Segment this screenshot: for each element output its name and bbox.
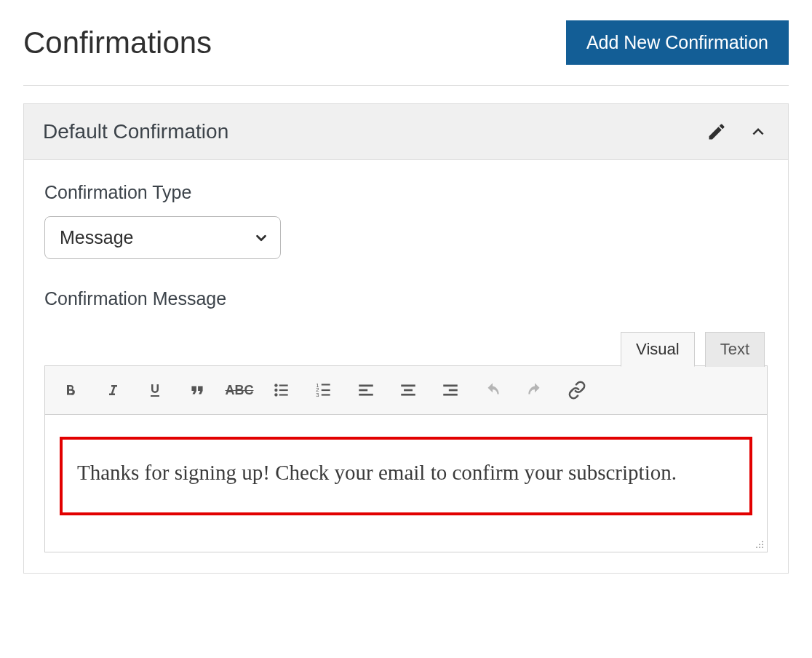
confirmation-message-text[interactable]: Thanks for signing up! Check your email …	[60, 437, 752, 515]
panel-actions	[706, 121, 769, 143]
svg-rect-3	[279, 384, 288, 386]
svg-rect-10	[322, 389, 330, 391]
tab-text[interactable]: Text	[705, 332, 765, 367]
align-left-button[interactable]	[349, 373, 383, 407]
svg-point-26	[762, 547, 763, 548]
numbered-list-button[interactable]: 123	[307, 373, 341, 407]
svg-point-25	[759, 547, 760, 548]
svg-point-2	[274, 393, 277, 396]
page-title: Confirmations	[23, 25, 212, 60]
link-button[interactable]	[560, 373, 594, 407]
svg-text:3: 3	[316, 392, 319, 398]
svg-rect-18	[443, 384, 458, 387]
confirmation-type-label: Confirmation Type	[44, 182, 768, 203]
svg-rect-5	[279, 394, 288, 395]
blockquote-button[interactable]	[180, 373, 214, 407]
svg-rect-17	[401, 394, 415, 396]
svg-point-24	[756, 547, 757, 548]
editor-toolbar: ABC 123	[44, 365, 768, 415]
undo-button[interactable]	[476, 373, 509, 407]
resize-grip-icon[interactable]	[754, 539, 764, 549]
bold-button[interactable]	[54, 373, 87, 407]
editor: Visual Text ABC	[44, 331, 768, 552]
confirmation-type-select[interactable]: Message	[44, 216, 281, 259]
svg-point-22	[759, 544, 760, 545]
panel-header: Default Confirmation	[24, 104, 788, 160]
svg-rect-13	[359, 389, 367, 392]
svg-rect-11	[322, 394, 330, 395]
page-header: Confirmations Add New Confirmation	[23, 20, 789, 86]
italic-button[interactable]	[96, 373, 130, 407]
svg-rect-19	[449, 389, 458, 392]
edit-icon[interactable]	[706, 122, 727, 142]
confirmation-type-select-wrap: Message	[44, 216, 281, 259]
collapse-icon[interactable]	[747, 121, 769, 143]
strikethrough-button[interactable]: ABC	[223, 373, 256, 407]
underline-button[interactable]	[138, 373, 172, 407]
bullet-list-button[interactable]	[265, 373, 298, 407]
tab-visual[interactable]: Visual	[621, 332, 695, 367]
svg-rect-9	[322, 384, 330, 385]
svg-rect-20	[443, 394, 458, 396]
svg-rect-12	[359, 384, 373, 387]
svg-rect-14	[359, 394, 373, 396]
panel-title: Default Confirmation	[43, 120, 228, 143]
svg-rect-16	[404, 389, 413, 392]
add-new-confirmation-button[interactable]: Add New Confirmation	[566, 20, 789, 65]
svg-rect-15	[401, 384, 415, 387]
editor-content-area[interactable]: Thanks for signing up! Check your email …	[44, 415, 768, 552]
svg-point-23	[762, 544, 763, 545]
editor-tabs: Visual Text	[44, 331, 768, 366]
svg-point-21	[762, 541, 763, 542]
confirmation-panel: Default Confirmation Confirmation Type M…	[23, 103, 789, 574]
panel-body: Confirmation Type Message Confirmation M…	[24, 160, 788, 573]
align-right-button[interactable]	[434, 373, 467, 407]
svg-point-0	[274, 384, 277, 387]
align-center-button[interactable]	[391, 373, 425, 407]
redo-button[interactable]	[518, 373, 552, 407]
svg-point-1	[274, 389, 277, 392]
confirmation-message-label: Confirmation Message	[44, 288, 768, 309]
svg-rect-4	[279, 389, 288, 391]
